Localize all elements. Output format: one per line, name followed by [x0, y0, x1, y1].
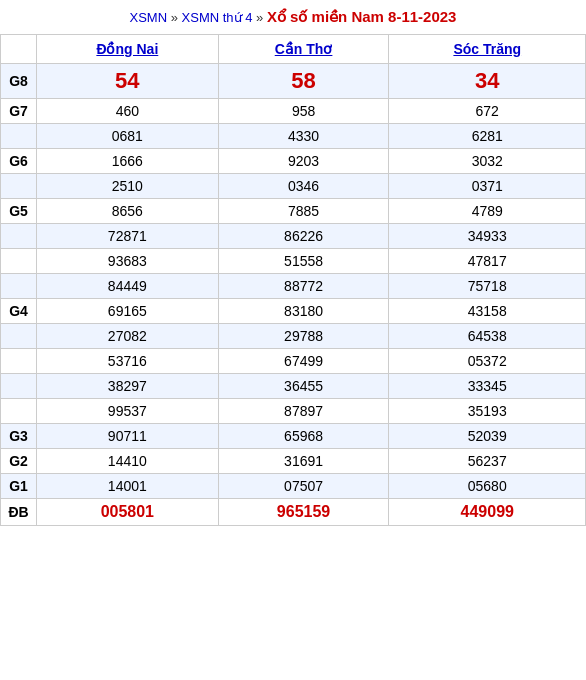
page-header: XSMN » XSMN thứ 4 » Xổ số miền Nam 8-11-…: [0, 0, 586, 34]
table-row: 537166749905372: [1, 349, 586, 374]
lottery-table: Đồng Nai Cần Thơ Sóc Trăng G8545834G7460…: [0, 34, 586, 526]
row-value: 31691: [218, 449, 389, 474]
row-value: 2510: [37, 174, 219, 199]
row-value: 72871: [37, 224, 219, 249]
table-row: 844498877275718: [1, 274, 586, 299]
row-value: 8656: [37, 199, 219, 224]
row-value: 47817: [389, 249, 586, 274]
row-value: 6281: [389, 124, 586, 149]
row-value: 33345: [389, 374, 586, 399]
row-value: 64538: [389, 324, 586, 349]
separator-2: »: [256, 10, 267, 25]
row-value: 90711: [37, 424, 219, 449]
row-label: [1, 249, 37, 274]
row-value: 4330: [218, 124, 389, 149]
table-row: 382973645533345: [1, 374, 586, 399]
row-label: [1, 399, 37, 424]
row-value: 0346: [218, 174, 389, 199]
table-header-row: Đồng Nai Cần Thơ Sóc Trăng: [1, 35, 586, 64]
row-value: 67499: [218, 349, 389, 374]
table-row: 995378789735193: [1, 399, 586, 424]
header-label: [1, 35, 37, 64]
page-title: Xổ số miền Nam 8-11-2023: [267, 8, 457, 25]
row-value: 88772: [218, 274, 389, 299]
row-value: 672: [389, 99, 586, 124]
row-value: 56237: [389, 449, 586, 474]
table-row: G5865678854789: [1, 199, 586, 224]
row-value: 58: [218, 64, 389, 99]
row-label: G5: [1, 199, 37, 224]
row-value: 38297: [37, 374, 219, 399]
table-row: G7460958672: [1, 99, 586, 124]
row-value: 965159: [218, 499, 389, 526]
row-value: 83180: [218, 299, 389, 324]
row-value: 449099: [389, 499, 586, 526]
row-value: 75718: [389, 274, 586, 299]
header-can-tho: Cần Thơ: [218, 35, 389, 64]
header-dong-nai: Đồng Nai: [37, 35, 219, 64]
row-value: 14001: [37, 474, 219, 499]
breadcrumb: XSMN » XSMN thứ 4 » Xổ số miền Nam 8-11-…: [4, 8, 582, 26]
table-row: 251003460371: [1, 174, 586, 199]
row-value: 52039: [389, 424, 586, 449]
table-row: G2144103169156237: [1, 449, 586, 474]
row-label: [1, 349, 37, 374]
row-value: 34: [389, 64, 586, 99]
row-value: 27082: [37, 324, 219, 349]
table-row: ĐB005801965159449099: [1, 499, 586, 526]
row-value: 9203: [218, 149, 389, 174]
breadcrumb-xsmn-thu4[interactable]: XSMN thứ 4: [182, 10, 253, 25]
table-row: 270822978864538: [1, 324, 586, 349]
row-value: 84449: [37, 274, 219, 299]
row-value: 86226: [218, 224, 389, 249]
table-row: G3907116596852039: [1, 424, 586, 449]
row-value: 65968: [218, 424, 389, 449]
row-label: [1, 274, 37, 299]
row-label: G3: [1, 424, 37, 449]
row-value: 05680: [389, 474, 586, 499]
row-value: 1666: [37, 149, 219, 174]
row-value: 7885: [218, 199, 389, 224]
row-label: G2: [1, 449, 37, 474]
row-value: 4789: [389, 199, 586, 224]
row-label: G4: [1, 299, 37, 324]
row-value: 54: [37, 64, 219, 99]
row-value: 93683: [37, 249, 219, 274]
row-value: 87897: [218, 399, 389, 424]
row-value: 99537: [37, 399, 219, 424]
breadcrumb-xsmn[interactable]: XSMN: [130, 10, 168, 25]
row-value: 3032: [389, 149, 586, 174]
separator-1: »: [171, 10, 182, 25]
table-row: 936835155847817: [1, 249, 586, 274]
row-label: [1, 374, 37, 399]
table-row: G4691658318043158: [1, 299, 586, 324]
row-value: 958: [218, 99, 389, 124]
row-value: 53716: [37, 349, 219, 374]
row-value: 35193: [389, 399, 586, 424]
row-label: G8: [1, 64, 37, 99]
row-value: 29788: [218, 324, 389, 349]
table-row: G6166692033032: [1, 149, 586, 174]
row-value: 005801: [37, 499, 219, 526]
row-value: 34933: [389, 224, 586, 249]
row-label: G7: [1, 99, 37, 124]
row-label: [1, 124, 37, 149]
row-value: 36455: [218, 374, 389, 399]
table-row: G1140010750705680: [1, 474, 586, 499]
row-value: 51558: [218, 249, 389, 274]
row-value: 05372: [389, 349, 586, 374]
row-label: G1: [1, 474, 37, 499]
row-value: 69165: [37, 299, 219, 324]
table-row: 728718622634933: [1, 224, 586, 249]
table-row: G8545834: [1, 64, 586, 99]
row-label: G6: [1, 149, 37, 174]
row-label: [1, 324, 37, 349]
row-label: [1, 174, 37, 199]
row-value: 460: [37, 99, 219, 124]
row-value: 0681: [37, 124, 219, 149]
row-value: 43158: [389, 299, 586, 324]
row-value: 14410: [37, 449, 219, 474]
row-label: [1, 224, 37, 249]
header-soc-trang: Sóc Trăng: [389, 35, 586, 64]
row-label: ĐB: [1, 499, 37, 526]
